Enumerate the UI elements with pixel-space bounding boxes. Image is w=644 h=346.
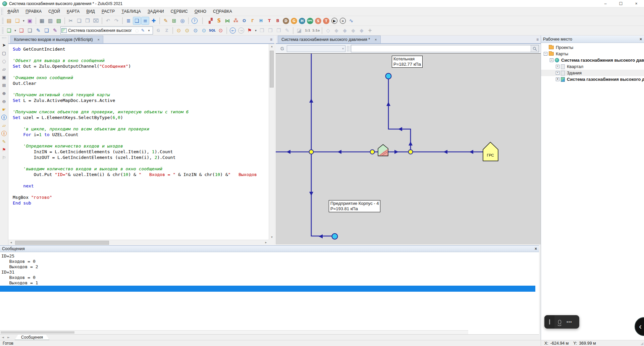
toolbar-grip[interactable] [2,37,6,39]
pipes-O-icon[interactable]: О [240,17,248,25]
voice-more-icon[interactable]: ••• [567,320,572,325]
copy-icon[interactable]: ❏ [75,17,83,25]
tab-map[interactable]: Система газоснабжения высокого давления … [278,36,381,43]
edit-mode-icon[interactable]: ✎ [51,26,59,35]
skip-icon[interactable]: » [340,18,346,24]
search-semantic-icon[interactable]: ⊙ [192,26,200,35]
pipes-N-icon[interactable]: Н [257,17,265,25]
paste-icon[interactable]: ❒ [84,17,92,25]
menu-edit[interactable]: ПРАВКА [22,7,45,16]
delete-icon[interactable]: ⌧ [92,17,100,25]
node-junction-1[interactable] [309,150,314,154]
voice-typing-widget[interactable]: ••• [544,315,579,329]
close-button[interactable]: × [629,0,644,7]
tree-item-maps[interactable]: Карты [541,51,644,57]
zoom-out-icon[interactable]: ⊖ [0,98,8,105]
tree-item-map-gas-system[interactable]: Система газоснабжения высокого давления [541,57,644,63]
edit-pencil-icon[interactable]: ✎ [0,138,8,145]
active-layer-combobox[interactable]: Система газоснабжения высоког ◌ ✎ ▾ [60,26,153,35]
map-edit-copy-icon[interactable]: ✎ [283,26,291,35]
new-table-icon[interactable]: ⊞ [170,17,178,25]
pan-hand-icon[interactable]: ☛ [0,106,8,113]
mode-OPC-icon[interactable]: OPC [307,18,313,24]
pipeline-branch-top[interactable] [388,79,411,152]
export-image-icon[interactable]: ▧ [55,17,63,25]
search-attr-icon[interactable]: ⊙ [175,26,183,35]
expand-icon[interactable] [556,71,559,75]
nav-back-icon[interactable]: ← [230,27,236,34]
tree-item-layer-zdaniya[interactable]: Здания [541,70,644,76]
open-folder-icon[interactable]: ❑ [13,17,21,25]
mode-T-icon[interactable]: T [323,18,329,24]
valve-icon[interactable]: ⋈ [223,17,231,25]
legend-icon[interactable]: ▞ [207,17,215,25]
tree-item-layer-gas-network[interactable]: Система газоснабжения высокого давления [541,76,644,82]
layer-props-icon[interactable]: ❑ [43,26,51,35]
code-editor[interactable]: Sub GetCountIncident 'Объект для вывода … [8,44,269,240]
collapse-icon[interactable] [550,58,553,62]
select-poly-icon[interactable]: ▱ [0,65,8,73]
menu-raster[interactable]: РАСТР [98,7,118,16]
info-icon[interactable]: i [1,115,7,120]
new-window-icon[interactable]: ✚ [150,17,158,25]
pipes-T-icon[interactable]: Т [265,17,273,25]
map-group-combobox[interactable]: ▾ [287,45,345,52]
grid-icon[interactable]: ⊞ [0,81,8,89]
tab-vbscript[interactable]: Количество входов и выходов (VBScript) × [10,36,103,43]
node-junction-2[interactable] [370,150,375,154]
polygon-hatch-icon[interactable]: ◆ [341,26,349,35]
bookmark-caret[interactable]: ▾ [254,26,258,35]
print-preview-icon[interactable]: ▥ [46,17,54,25]
toolbar-grip[interactable] [2,17,4,24]
pin-icon[interactable]: ⚐ [0,154,8,161]
label-tag-icon[interactable]: ◪ [295,26,303,35]
find-window-icon[interactable]: ◎ [178,17,186,25]
tab-close-icon[interactable]: × [98,38,100,42]
bookmark-icon[interactable]: ⚑ [246,26,254,35]
new-document-icon[interactable]: ▤ [5,17,13,25]
editor-vertical-scrollbar[interactable] [269,44,274,240]
tab-strip-menu-icon[interactable]: ≡ [270,37,272,42]
layer-settings-icon[interactable]: ❑ [26,26,34,35]
combo-caret-icon[interactable]: ▾ [146,29,152,32]
pipes-G-icon[interactable]: Г [249,17,257,25]
tree-item-layer-kvartal[interactable]: Квартал [541,63,644,70]
menu-table[interactable]: ТАБЛИЦА [118,7,144,16]
messages-panel-icon[interactable]: ≡ [141,17,149,25]
task-list-icon[interactable]: ≣ [124,17,132,25]
maximize-button[interactable]: ☐ [613,0,629,7]
polygon-tool-icon[interactable]: ◇ [324,26,332,35]
grs-symbol[interactable]: ГРС [483,142,498,161]
play-icon[interactable]: ▶ [331,18,337,24]
collapse-icon[interactable] [544,52,547,56]
mode-H-icon[interactable]: H [299,18,305,24]
tab-strip-menu-icon[interactable]: ≡ [536,37,539,42]
menu-service[interactable]: СЕРВИС [167,7,191,16]
layer-style-edit-icon[interactable]: ✎ [140,28,146,33]
resize-grip[interactable]: ◢ [641,341,643,346]
panel-close-icon[interactable]: × [535,246,537,251]
undo-geometry-icon[interactable]: G [154,26,162,35]
map-copy3-icon[interactable]: ❒ [275,26,283,35]
map-search-input[interactable] [351,46,531,52]
menu-file[interactable]: ФАЙЛ [4,7,22,16]
editor-horizontal-scrollbar[interactable] [8,240,269,245]
minimize-button[interactable]: – [598,0,613,7]
selected-row-highlight[interactable] [0,286,535,292]
redo-icon[interactable]: ↷ [112,17,120,25]
scale-1-1-icon[interactable]: 1:1 [304,26,312,35]
map-label-kotelnaya[interactable]: Котельная Р=182.77 кПа [392,56,423,68]
menu-help[interactable]: СПРАВКА [210,7,235,16]
microphone-icon[interactable] [554,320,565,324]
undo-icon[interactable]: ↶ [104,17,112,25]
workspace-panel-icon[interactable]: ❑ [133,17,141,25]
chart-icon[interactable]: ∿ [347,17,355,25]
snap-add-icon[interactable]: + [366,26,374,35]
run-script-icon[interactable]: S [215,17,223,25]
mode-D-icon[interactable]: D [283,18,289,24]
zoom-in-icon[interactable]: ⊕ [0,90,8,97]
nav-forward-icon[interactable]: → [238,27,244,34]
help-icon[interactable]: ? [192,18,198,24]
edit-database-icon[interactable]: ✎ [162,17,170,25]
select-rect-icon[interactable]: ▢ [0,49,8,57]
